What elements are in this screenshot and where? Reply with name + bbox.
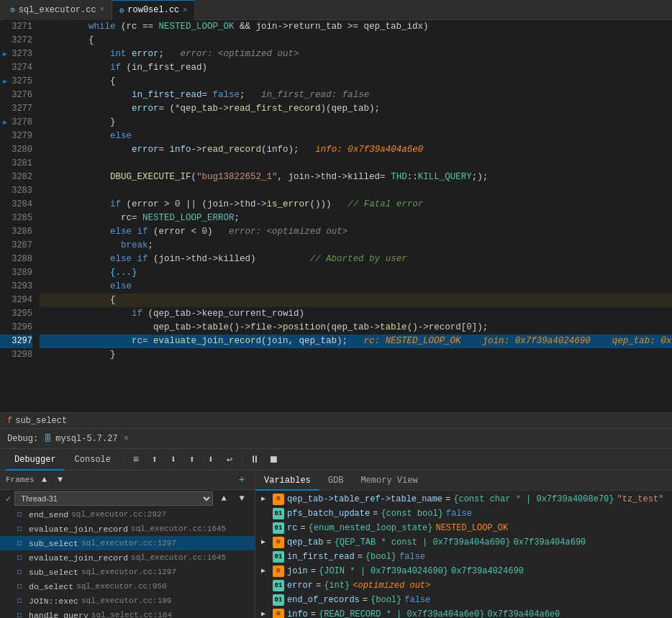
frames-label: Frames <box>6 476 35 484</box>
frame-item-handle-query[interactable]: □ handle_query sql_select.cc:184 <box>0 608 255 618</box>
var-row-error[interactable]: 01 error = {int} <optimized out> <box>255 578 672 593</box>
vars-tabs: Variables GDB Memory View <box>255 471 672 491</box>
tab-close-sql-executor[interactable]: × <box>100 6 104 14</box>
var-row-table-name[interactable]: ▶ ≡ qep_tab->table_ref->table_name = {co… <box>255 492 672 506</box>
var-name-pfs-batch: pfs_batch_update <box>287 507 370 520</box>
btn-stop[interactable]: ⏹ <box>265 451 282 468</box>
var-indicator-pfs-batch: 01 <box>273 508 284 519</box>
frames-header-left: Frames ▲ ▼ <box>6 473 68 487</box>
var-row-end-of-records[interactable]: 01 end_of_records = {bool} false <box>255 593 672 607</box>
var-type-join: {JOIN * | 0x7f39a4024690} <box>319 565 448 578</box>
debug-header: Debug: 🗄 mysql-5.7.27 × <box>0 429 672 449</box>
var-row-info[interactable]: ▶ ≡ info = {READ_RECORD * | 0x7f39a404a6… <box>255 607 672 618</box>
thread-nav-down[interactable]: ▼ <box>235 491 249 506</box>
tab-variables[interactable]: Variables <box>255 471 319 491</box>
btn-list[interactable]: ≡ <box>127 451 145 468</box>
tab-debugger[interactable]: Debugger <box>6 449 65 471</box>
var-value-end-of-records: false <box>404 594 430 606</box>
frame-doc-icon-eval2: □ <box>17 554 26 562</box>
var-equals-info: = <box>311 608 316 618</box>
debug-panel: Debug: 🗄 mysql-5.7.27 × Debugger Console… <box>0 428 672 618</box>
breadcrumb-bar: f sub_select <box>0 412 672 428</box>
btn-step-down[interactable]: ⬇ <box>165 451 182 468</box>
code-line-3273: int error; error: <optimized out> <box>40 47 672 61</box>
frame-doc-icon-sub-select: □ <box>17 540 26 547</box>
ln-3285: 3285 <box>0 212 32 225</box>
code-line-3280: error= info->read_record(info); info: 0x… <box>40 143 672 157</box>
ln-3282: 3282 <box>0 171 32 184</box>
var-type-qep-tab: {QEP_TAB * const | 0x7f39a404a690} <box>335 536 511 549</box>
var-row-in-first-read[interactable]: 01 in_first_read = {bool} false <box>255 550 672 564</box>
ln-3289: 3289 <box>0 266 32 280</box>
var-value-qep-tab: 0x7f39a404a690 <box>513 536 586 549</box>
ln-3294: 3294 <box>0 294 32 307</box>
frame-item-sub-select2[interactable]: □ sub_select sql_executor.cc:1297 <box>0 565 255 579</box>
frame-item-eval2[interactable]: □ evaluate_join_record sql_executor.cc:1… <box>0 550 255 565</box>
ln-3283: 3283 <box>0 184 32 198</box>
frame-name-join-exec: JOIN::exec <box>29 596 78 606</box>
btn-return[interactable]: ↩ <box>221 451 238 468</box>
frame-file-handle-query: sql_select.cc:184 <box>91 611 172 618</box>
frame-item-do-select[interactable]: □ do_select sql_executor.cc:950 <box>0 579 255 594</box>
ln-3296: 3296 <box>0 321 32 335</box>
var-equals-rc: = <box>300 522 305 535</box>
var-row-pfs-batch[interactable]: 01 pfs_batch_update = {const bool} false <box>255 506 672 521</box>
frame-file-sub-select: sql_executor.cc:1297 <box>81 539 176 547</box>
var-expand-info[interactable]: ▶ <box>261 608 270 618</box>
var-expand-qep-tab[interactable]: ▶ <box>261 536 270 549</box>
code-line-3298: } <box>40 348 672 362</box>
thread-nav-up[interactable]: ▲ <box>217 491 231 506</box>
thread-select[interactable]: Thread-31 <box>14 491 213 506</box>
breadcrumb-function-icon: f <box>7 416 12 426</box>
tab-console[interactable]: Console <box>66 449 119 471</box>
ln-3277: 3277 <box>0 102 32 116</box>
var-indicator-end-of-records: 01 <box>273 594 284 606</box>
btn-pause[interactable]: ⏸ <box>246 451 263 468</box>
frame-item-eval1[interactable]: □ evaluate_join_record sql_executor.cc:1… <box>0 522 255 536</box>
debug-close-btn[interactable]: × <box>124 434 129 444</box>
code-line-3296: qep_tab->table()->file->position(qep_tab… <box>40 321 672 335</box>
toolbar-separator-2 <box>242 453 242 466</box>
frame-name-do-select: do_select <box>29 582 73 591</box>
debug-session: 🗄 mysql-5.7.27 <box>44 434 117 444</box>
btn-step-out[interactable]: ⬇ <box>202 451 219 468</box>
frame-name-eval2: evaluate_join_record <box>29 553 128 563</box>
var-row-rc[interactable]: 01 rc = {enum_nested_loop_state} NESTED_… <box>255 521 672 535</box>
frames-nav-down[interactable]: ▼ <box>53 473 68 487</box>
frame-name-sub-select: sub_select <box>29 539 78 548</box>
var-expand-table-name[interactable]: ▶ <box>261 493 270 506</box>
frames-nav-up[interactable]: ▲ <box>37 473 52 487</box>
var-row-join[interactable]: ▶ ≡ join = {JOIN * | 0x7f39a4024690} 0x7… <box>255 564 672 578</box>
ln-3274: 3274 <box>0 61 32 75</box>
code-line-3271: while (rc == NESTED_LOOP_OK && join->ret… <box>40 20 672 34</box>
frame-name-sub-select2: sub_select <box>29 568 78 577</box>
var-equals-end-of-records: = <box>363 594 368 606</box>
frame-item-end-send[interactable]: □ end_send sql_executor.cc:2927 <box>0 507 255 522</box>
debug-toolbar: Debugger Console ≡ ⬆ ⬇ ⬆ ⬇ ↩ ⏸ ⏹ <box>0 449 672 471</box>
tab-sql-executor[interactable]: ⚙ sql_executor.cc × <box>3 0 112 20</box>
thread-check-icon: ✓ <box>6 494 11 504</box>
var-type-pfs-batch: {const bool} <box>381 507 442 520</box>
frames-panel: Frames ▲ ▼ + ✓ Thread-31 ▲ ▼ <box>0 471 255 618</box>
var-expand-join[interactable]: ▶ <box>261 565 270 578</box>
var-row-qep-tab[interactable]: ▶ ≡ qep_tab = {QEP_TAB * const | 0x7f39a… <box>255 535 672 550</box>
frame-item-join-exec[interactable]: □ JOIN::exec sql_executor.cc:199 <box>0 594 255 608</box>
code-line-3287: break; <box>40 239 672 253</box>
code-line-3275: { <box>40 75 672 88</box>
ln-3297: 3297 <box>0 335 32 348</box>
btn-step-in[interactable]: ⬆ <box>183 451 201 468</box>
frame-name-end-send: end_send <box>29 510 68 519</box>
var-value-in-first-read: false <box>399 550 425 563</box>
frame-item-sub-select-active[interactable]: □ sub_select sql_executor.cc:1297 <box>0 536 255 550</box>
code-line-3284: if (error > 0 || (join->thd->is_error())… <box>40 198 672 212</box>
btn-step-up[interactable]: ⬆ <box>146 451 163 468</box>
var-value-info: 0x7f39a404a6e0 <box>487 608 560 618</box>
frame-file-eval1: sql_executor.cc:1645 <box>131 524 226 533</box>
var-value-pfs-batch: false <box>446 507 472 520</box>
frame-file-eval2: sql_executor.cc:1645 <box>131 553 226 562</box>
tab-gdb[interactable]: GDB <box>319 471 353 491</box>
tab-memory-view[interactable]: Memory View <box>352 471 426 491</box>
tab-close-row0sel[interactable]: × <box>183 6 187 14</box>
tab-row0sel[interactable]: ⚙ row0sel.cc × <box>112 0 196 20</box>
frames-add-btn[interactable]: + <box>235 473 249 487</box>
